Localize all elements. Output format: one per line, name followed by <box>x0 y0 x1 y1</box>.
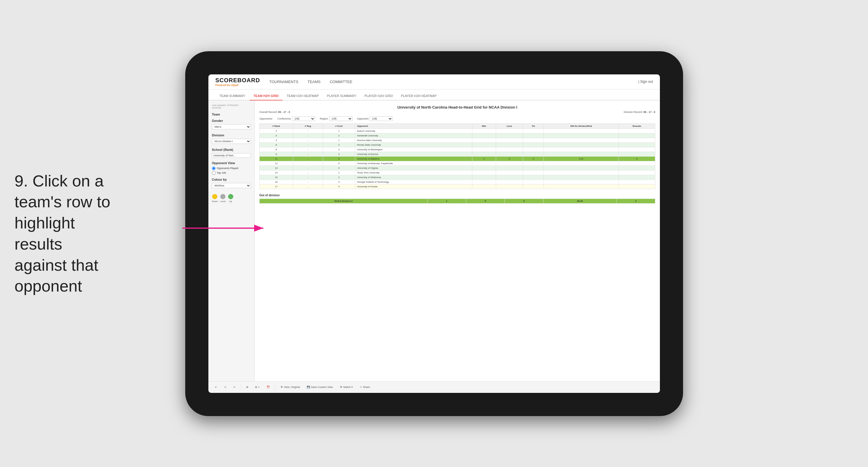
copy-btn[interactable]: ⧉ <box>245 385 250 389</box>
nav-committee[interactable]: COMMITTEE <box>330 79 352 85</box>
cell-rounds: 8 <box>619 156 655 161</box>
view-original-btn[interactable]: 👁 View: Original <box>279 385 302 389</box>
cell-rounds <box>619 161 655 166</box>
table-row[interactable]: 14-1Texas Tech University <box>259 170 655 175</box>
cell-tie <box>523 170 544 175</box>
cell-win <box>472 175 496 179</box>
table-row[interactable]: 6-2Florida State University <box>259 142 655 147</box>
ood-diff: 26.00 <box>543 199 617 203</box>
colour-by-select[interactable]: Win/loss <box>212 183 251 188</box>
cell-rank: 16 <box>259 179 293 184</box>
cell-rank: 11 <box>259 156 293 161</box>
table-row[interactable]: 2-1Auburn University <box>259 128 655 133</box>
radio-opponents-played[interactable]: Opponents Played <box>212 167 251 170</box>
cell-reg: - <box>293 142 323 147</box>
share-btn[interactable]: ↗ Share <box>358 385 372 389</box>
cell-reg: - <box>293 156 323 161</box>
cell-opponent: University of Florida <box>355 184 472 189</box>
cell-loss <box>496 147 523 152</box>
top-nav: SCOREBOARD Powered by clippd TOURNAMENTS… <box>208 75 660 89</box>
col-conf: # Conf <box>323 123 355 128</box>
table-row[interactable]: 13-3University of Virginia <box>259 166 655 170</box>
watch-btn[interactable]: 👁 Watch ▾ <box>338 385 354 389</box>
cell-diff <box>544 138 619 142</box>
table-row[interactable]: 12-6University of Arkansas, Fayetteville <box>259 161 655 166</box>
gender-label: Gender <box>212 119 251 122</box>
cell-rounds <box>619 147 655 152</box>
back-btn[interactable]: ↩ <box>231 385 237 389</box>
conference-filter[interactable]: (All) <box>292 116 315 121</box>
cell-conf: 6 <box>323 161 355 166</box>
cell-win <box>472 179 496 184</box>
cell-opponent: Vanderbilt University <box>355 133 472 138</box>
cell-diff <box>544 147 619 152</box>
table-row[interactable]: 4-1Arizona State University <box>259 138 655 142</box>
tab-player-summary[interactable]: PLAYER SUMMARY <box>323 92 360 100</box>
table-row[interactable]: 15-2University of Oklahoma <box>259 175 655 179</box>
cell-rank: 15 <box>259 175 293 179</box>
paste-btn[interactable]: ⊕ + <box>253 385 261 389</box>
cell-tie <box>523 147 544 152</box>
legend-level: Level <box>220 194 225 203</box>
cell-reg: - <box>293 170 323 175</box>
nav-teams[interactable]: TEAMS <box>308 79 321 85</box>
cell-rank: 8 <box>259 147 293 152</box>
opponent-filter[interactable]: (All) <box>370 116 393 121</box>
cell-reg: - <box>293 147 323 152</box>
table-row[interactable]: 17-3University of Florida <box>259 184 655 189</box>
cell-win <box>472 138 496 142</box>
cell-rounds <box>619 133 655 138</box>
sign-out-link[interactable]: | Sign out <box>639 80 653 84</box>
cell-reg: - <box>293 133 323 138</box>
cell-reg: - <box>293 128 323 133</box>
radio-top100[interactable]: Top 100 <box>212 171 251 175</box>
redo-btn[interactable]: ↪ <box>222 385 228 389</box>
sub-nav: TEAM SUMMARY TEAM H2H GRID TEAM H2H HEAT… <box>208 89 660 100</box>
division-select[interactable]: NCAA Division I <box>212 139 251 144</box>
table-row[interactable]: 16-4Georgia Institute of Technology <box>259 179 655 184</box>
table-row[interactable]: 3-2Vanderbilt University <box>259 133 655 138</box>
tab-team-summary[interactable]: TEAM SUMMARY <box>215 92 249 100</box>
table-row[interactable]: 11-5University of Alabama3002.618 <box>259 156 655 161</box>
legend-dot-level <box>220 194 225 199</box>
nav-tournaments[interactable]: TOURNAMENTS <box>269 79 298 85</box>
school-display[interactable]: University of Nort... <box>212 153 251 158</box>
cell-loss <box>496 142 523 147</box>
tab-player-h2h-grid[interactable]: PLAYER H2H GRID <box>360 92 397 100</box>
logo-scoreboard: SCOREBOARD <box>215 77 260 84</box>
undo-btn[interactable]: ↩ <box>213 385 219 389</box>
cell-tie <box>523 128 544 133</box>
cell-reg: - <box>293 175 323 179</box>
cell-conf: 1 <box>323 128 355 133</box>
tab-team-h2h-grid[interactable]: TEAM H2H GRID <box>249 92 283 100</box>
cell-loss <box>496 175 523 179</box>
out-of-division-row[interactable]: NCAA Division II 1 0 0 26.00 3 <box>259 199 655 203</box>
clock-btn[interactable]: ⏰ <box>265 385 272 389</box>
cell-diff <box>544 161 619 166</box>
tab-player-h2h-heatmap[interactable]: PLAYER H2H HEATMAP <box>397 92 440 100</box>
table-row[interactable]: 9-3University of Arizona <box>259 152 655 156</box>
cell-conf: 5 <box>323 156 355 161</box>
cell-tie <box>523 133 544 138</box>
gender-select[interactable]: Men's <box>212 124 251 129</box>
cell-opponent: University of Virginia <box>355 166 472 170</box>
cell-rounds <box>619 166 655 170</box>
region-filter[interactable]: (All) <box>329 116 352 121</box>
cell-loss: 0 <box>496 156 523 161</box>
col-diff: Diff Av Strokes/Rnd <box>544 123 619 128</box>
cell-diff <box>544 170 619 175</box>
cell-diff <box>544 142 619 147</box>
cell-win <box>472 142 496 147</box>
save-custom-view-btn[interactable]: 💾 Save Custom View <box>305 385 335 389</box>
bottom-toolbar: ↩ ↪ ↩ ⧉ ⊕ + ⏰ 👁 View: Original 💾 Save Cu… <box>208 381 660 393</box>
cell-loss <box>496 133 523 138</box>
cell-tie <box>523 138 544 142</box>
cell-loss <box>496 152 523 156</box>
tab-team-h2h-heatmap[interactable]: TEAM H2H HEATMAP <box>282 92 323 100</box>
toolbar-sep-1 <box>241 384 241 390</box>
cell-conf: 2 <box>323 147 355 152</box>
table-row[interactable]: 8-2University of Washington <box>259 147 655 152</box>
cell-rank: 9 <box>259 152 293 156</box>
cell-rank: 2 <box>259 128 293 133</box>
logo-powered: Powered by clippd <box>215 84 260 87</box>
